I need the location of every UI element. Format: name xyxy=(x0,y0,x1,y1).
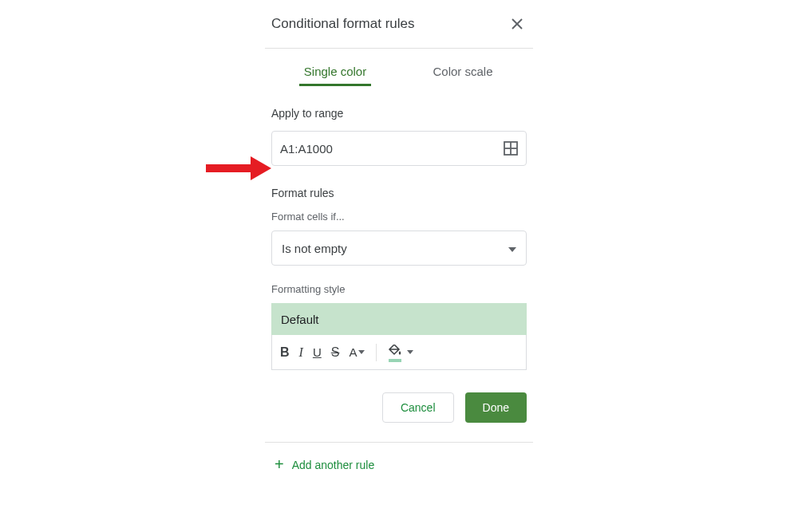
tab-single-color[interactable]: Single color xyxy=(271,60,399,86)
fill-color-button[interactable] xyxy=(388,345,413,361)
svg-marker-1 xyxy=(251,156,271,180)
add-another-rule-button[interactable]: + Add another rule xyxy=(271,443,527,487)
chevron-down-icon xyxy=(358,350,365,354)
fill-color-indicator xyxy=(389,359,401,362)
conditional-format-panel: Conditional format rules Single color Co… xyxy=(271,14,527,487)
dropdown-arrow-icon xyxy=(508,241,516,255)
panel-header: Conditional format rules xyxy=(271,14,527,48)
formatting-style-label: Formatting style xyxy=(271,283,527,295)
svg-marker-8 xyxy=(358,350,365,354)
grid-icon xyxy=(504,141,518,156)
range-input[interactable] xyxy=(280,142,504,156)
underline-button[interactable]: U xyxy=(313,345,322,359)
formatting-style-preview[interactable]: Default xyxy=(271,303,527,335)
condition-value: Is not empty xyxy=(282,242,347,255)
fill-icon xyxy=(388,345,402,357)
apply-range-label: Apply to range xyxy=(271,107,527,120)
format-rules-label: Format rules xyxy=(271,187,527,199)
svg-marker-7 xyxy=(508,247,516,252)
select-range-button[interactable] xyxy=(504,141,518,156)
range-input-container xyxy=(271,131,527,166)
add-rule-label: Add another rule xyxy=(292,459,375,471)
close-button[interactable] xyxy=(508,14,527,33)
pointer-arrow xyxy=(206,155,271,182)
text-color-button[interactable]: A xyxy=(349,345,365,359)
tab-color-scale[interactable]: Color scale xyxy=(399,60,527,86)
tabs-row: Single color Color scale xyxy=(271,49,527,86)
toolbar-divider xyxy=(376,344,377,361)
format-cells-if-label: Format cells if... xyxy=(271,211,527,223)
panel-title: Conditional format rules xyxy=(271,16,415,32)
condition-select[interactable]: Is not empty xyxy=(271,231,527,266)
formatting-toolbar: B I U S A xyxy=(271,335,527,370)
close-icon xyxy=(511,18,523,30)
strikethrough-button[interactable]: S xyxy=(331,345,340,360)
done-button[interactable]: Done xyxy=(465,392,527,423)
plus-icon: + xyxy=(275,455,284,474)
bold-button[interactable]: B xyxy=(280,345,290,360)
action-buttons: Cancel Done xyxy=(271,392,527,423)
chevron-down-icon xyxy=(407,350,413,354)
svg-marker-9 xyxy=(407,350,413,354)
italic-button[interactable]: I xyxy=(299,345,303,360)
cancel-button[interactable]: Cancel xyxy=(382,392,454,423)
